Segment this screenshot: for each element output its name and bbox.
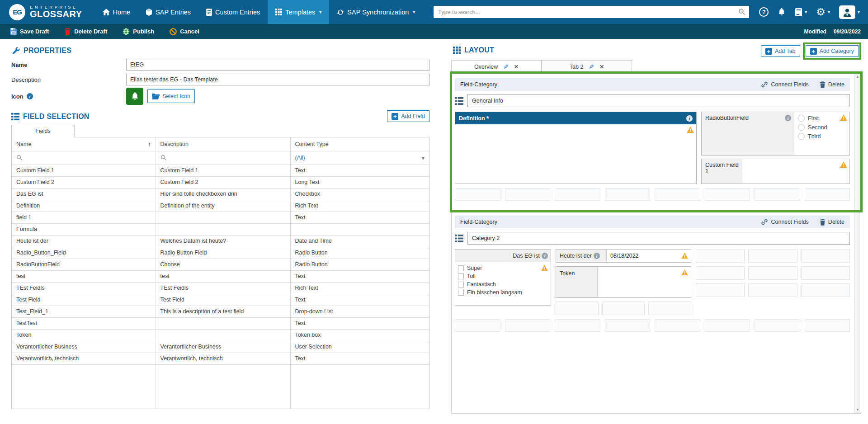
table-row[interactable]: Custom Field 1 Custom Field 1 Text	[12, 165, 429, 176]
app-logo[interactable]: EG ENTERPRISE GLOSSARY	[0, 0, 95, 24]
help-button[interactable]: ?	[759, 7, 769, 17]
table-row[interactable]: TEst Feidls TEst Feidls Rich Text	[12, 282, 429, 294]
empty-field-placeholder[interactable]	[805, 188, 850, 201]
global-search-input[interactable]	[434, 6, 749, 18]
empty-field-placeholder[interactable]	[556, 302, 599, 315]
empty-field-placeholder[interactable]	[696, 283, 745, 297]
empty-field-placeholder[interactable]	[696, 249, 745, 263]
empty-field-placeholder[interactable]	[605, 188, 651, 201]
table-row[interactable]: Definition Definition of the entity Rich…	[12, 200, 429, 212]
nav-item-templates[interactable]: Templates ▾	[268, 0, 329, 24]
info-icon[interactable]: i	[686, 115, 693, 122]
info-icon[interactable]: i	[785, 115, 791, 121]
checkbox-option[interactable]: Fantastisch	[458, 281, 548, 287]
empty-field-placeholder[interactable]	[748, 249, 797, 263]
empty-field-placeholder[interactable]	[455, 319, 500, 332]
add-field-button[interactable]: + Add Field	[387, 110, 429, 122]
vertical-scrollbar[interactable]: ▲ ▼	[854, 74, 860, 413]
close-tab-icon[interactable]: ×	[514, 63, 519, 71]
table-row[interactable]: test test Text	[12, 270, 429, 282]
select-icon-button[interactable]: Select Icon	[147, 90, 195, 103]
publish-button[interactable]: Publish	[123, 28, 154, 35]
name-filter-input[interactable]	[12, 151, 156, 165]
drag-handle-icon[interactable]	[455, 97, 463, 105]
delete-category-button[interactable]: Delete	[820, 81, 844, 88]
table-row[interactable]: Token Token box	[12, 329, 429, 341]
table-row[interactable]: Radio_Button_Field Radio Button Field Ra…	[12, 247, 429, 259]
table-row[interactable]: field 1 Text	[12, 212, 429, 223]
empty-field-placeholder[interactable]	[801, 266, 850, 280]
nav-item-sap-synchronization[interactable]: SAP Synchronization ▾	[329, 0, 423, 24]
field-heute-ist-der[interactable]: Heute ist der i 08/18/2022	[556, 249, 691, 263]
category-name-input[interactable]	[467, 232, 850, 245]
empty-field-placeholder[interactable]	[505, 319, 551, 332]
table-row[interactable]: Custom Field 2 Custom Field 2 Long Text	[12, 176, 429, 188]
field-das-eg-ist[interactable]: Das EG ist i Super	[455, 249, 551, 306]
radio-option[interactable]: First	[798, 115, 847, 122]
add-category-button[interactable]: + Add Category	[806, 45, 859, 57]
field-token[interactable]: Token	[556, 266, 691, 298]
empty-field-placeholder[interactable]	[755, 188, 800, 201]
info-icon[interactable]: i	[594, 253, 600, 259]
connect-fields-button[interactable]: Connect Fields	[761, 218, 808, 226]
table-row[interactable]: Verantwortlich, technisch Verantwortlich…	[12, 353, 429, 364]
empty-field-placeholder[interactable]	[705, 319, 750, 332]
radio-option[interactable]: Second	[798, 124, 847, 131]
table-row[interactable]: RadioButtonField Choose Radio Button	[12, 259, 429, 270]
search-icon[interactable]	[738, 8, 745, 15]
empty-field-placeholder[interactable]	[801, 249, 850, 263]
empty-field-placeholder[interactable]	[455, 188, 500, 201]
empty-field-placeholder[interactable]	[602, 302, 645, 315]
empty-field-placeholder[interactable]	[648, 302, 691, 315]
empty-field-placeholder[interactable]	[555, 188, 600, 201]
empty-field-placeholder[interactable]	[655, 319, 700, 332]
edit-tab-icon[interactable]: ✎	[503, 63, 509, 71]
table-row[interactable]: Verantortlicher Business Verantortlicher…	[12, 341, 429, 353]
empty-field-placeholder[interactable]	[555, 319, 600, 332]
table-row[interactable]: Das EG ist Hier sind tolle checkboxen dr…	[12, 188, 429, 200]
tab-overview[interactable]: Overview ✎ ×	[451, 60, 542, 73]
tab-tab2[interactable]: Tab 2 ✎ ×	[542, 60, 632, 73]
empty-field-placeholder[interactable]	[748, 283, 797, 297]
category-name-input[interactable]	[467, 94, 850, 107]
empty-field-placeholder[interactable]	[805, 319, 850, 332]
empty-field-placeholder[interactable]	[696, 266, 745, 280]
radio-option[interactable]: Third	[798, 133, 847, 140]
field-radiobuttonfield[interactable]: RadioButtonField i First	[701, 112, 850, 155]
table-row[interactable]: TestTest Text	[12, 317, 429, 329]
table-row[interactable]: Test_Field_1 This is a description of a …	[12, 306, 429, 317]
log-menu-button[interactable]: ▾	[795, 8, 807, 17]
close-tab-icon[interactable]: ×	[599, 63, 604, 71]
delete-category-button[interactable]: Delete	[820, 219, 844, 226]
connect-fields-button[interactable]: Connect Fields	[761, 81, 808, 88]
add-tab-button[interactable]: + Add Tab	[761, 45, 800, 57]
scroll-up-icon[interactable]: ▲	[856, 75, 859, 79]
drag-handle-icon[interactable]	[455, 234, 463, 243]
info-icon[interactable]: i	[27, 93, 33, 99]
column-header-content-type[interactable]: Content Type	[290, 137, 429, 151]
column-header-name[interactable]: Name↑	[12, 137, 156, 151]
field-custom-field-1[interactable]: Custom Field 1	[701, 159, 850, 184]
checkbox-option[interactable]: Super	[458, 265, 548, 271]
nav-item-sap-entries[interactable]: SAP Entries	[138, 0, 198, 24]
tab-fields[interactable]: Fields	[11, 125, 75, 137]
content-type-filter-dropdown[interactable]: (All)▾	[290, 151, 429, 165]
table-row[interactable]: Test Field Test Field Text	[12, 294, 429, 306]
empty-field-placeholder[interactable]	[801, 283, 850, 297]
nav-item-custom-entries[interactable]: Custom Entries	[198, 0, 268, 24]
template-name-input[interactable]	[126, 59, 429, 71]
empty-field-placeholder[interactable]	[655, 188, 700, 201]
empty-field-placeholder[interactable]	[505, 188, 551, 201]
save-draft-button[interactable]: Save Draft	[10, 28, 49, 35]
description-filter-input[interactable]	[156, 151, 290, 165]
table-row[interactable]: Heute ist der Welches Datum ist heute? D…	[12, 235, 429, 247]
empty-field-placeholder[interactable]	[705, 188, 750, 201]
column-header-description[interactable]: Description	[156, 137, 290, 151]
field-definition[interactable]: Definition * i	[455, 112, 697, 184]
table-row[interactable]: Formula	[12, 223, 429, 235]
cancel-button[interactable]: Cancel	[170, 28, 199, 35]
checkbox-option[interactable]: Toll	[458, 273, 548, 279]
empty-field-placeholder[interactable]	[748, 266, 797, 280]
empty-field-placeholder[interactable]	[605, 319, 651, 332]
nav-item-home[interactable]: Home	[95, 0, 138, 24]
